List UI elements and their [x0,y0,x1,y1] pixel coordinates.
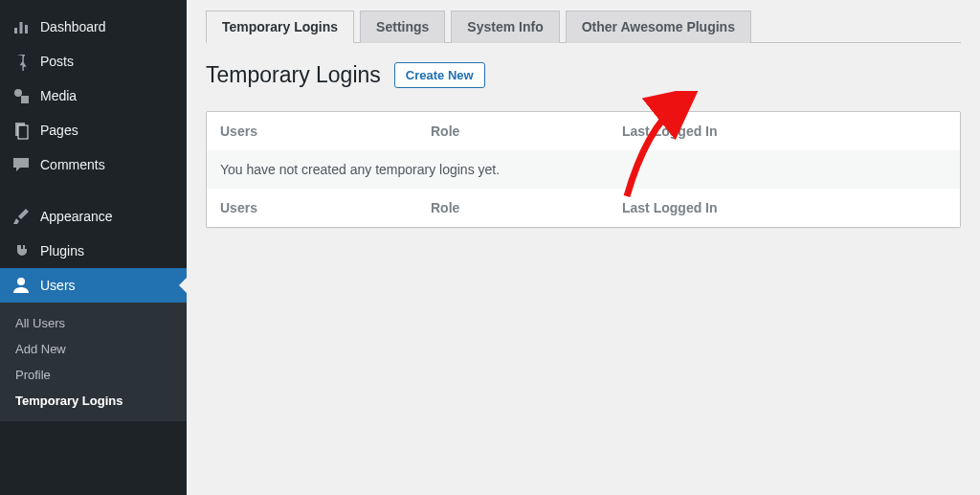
column-footer-role: Role [431,200,622,215]
svg-rect-2 [21,96,29,103]
pin-icon [11,52,31,71]
page-title: Temporary Logins [206,62,381,88]
tab-other-plugins[interactable]: Other Awesome Plugins [566,11,751,43]
sidebar-item-posts[interactable]: Posts [0,44,187,79]
sidebar-item-label: Media [40,88,77,103]
sidebar-item-label: Plugins [40,243,84,259]
logins-table: Users Role Last Logged In You have not c… [206,111,961,228]
dashboard-icon [11,17,31,36]
column-footer-users: Users [220,200,431,215]
svg-point-5 [17,278,25,285]
comments-icon [11,155,31,174]
table-header-row: Users Role Last Logged In [207,112,960,150]
column-header-users: Users [220,124,431,139]
page-heading-row: Temporary Logins Create New [206,62,961,88]
column-header-role: Role [431,124,622,139]
users-submenu: All Users Add New Profile Temporary Logi… [0,303,187,421]
sidebar-item-label: Appearance [40,209,113,224]
submenu-item-profile[interactable]: Profile [0,362,187,388]
sidebar-item-media[interactable]: Media [0,79,187,113]
table-empty-row: You have not created any temporary login… [207,150,960,189]
main-content: Temporary Logins Settings System Info Ot… [187,0,980,495]
sidebar-item-label: Comments [40,157,105,172]
tab-temporary-logins[interactable]: Temporary Logins [206,11,354,43]
sidebar-item-pages[interactable]: Pages [0,113,187,147]
table-footer-row: Users Role Last Logged In [207,189,960,227]
empty-message: You have not created any temporary login… [220,162,500,177]
sidebar-item-plugins[interactable]: Plugins [0,234,187,268]
media-icon [11,86,31,105]
submenu-item-all-users[interactable]: All Users [0,310,187,336]
sidebar-item-label: Dashboard [40,19,106,34]
sidebar-item-users[interactable]: Users [0,268,187,303]
create-new-button[interactable]: Create New [394,62,485,88]
sidebar-item-label: Pages [40,123,78,138]
svg-point-1 [14,89,22,97]
sidebar-item-label: Posts [40,54,74,69]
admin-sidebar: Dashboard Posts Media Pages Comments App… [0,0,187,495]
svg-rect-4 [18,125,28,139]
pages-icon [11,121,31,140]
sidebar-item-comments[interactable]: Comments [0,147,187,182]
sidebar-item-label: Users [40,278,76,293]
submenu-item-add-new[interactable]: Add New [0,336,187,362]
brush-icon [11,207,31,226]
user-icon [11,276,31,295]
column-header-last: Last Logged In [622,124,947,139]
tab-settings[interactable]: Settings [360,11,445,43]
tab-system-info[interactable]: System Info [451,11,559,43]
submenu-item-temporary-logins[interactable]: Temporary Logins [0,388,187,414]
plug-icon [11,241,31,260]
sidebar-item-dashboard[interactable]: Dashboard [0,10,187,44]
sidebar-item-appearance[interactable]: Appearance [0,199,187,234]
tabs-nav: Temporary Logins Settings System Info Ot… [206,0,961,43]
column-footer-last: Last Logged In [622,200,947,215]
